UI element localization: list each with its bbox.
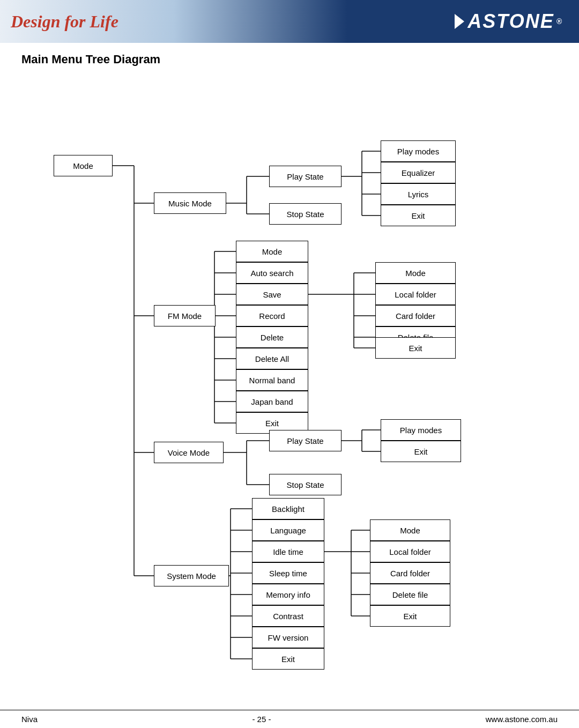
voice-mode-box: Voice Mode: [154, 442, 224, 463]
footer-right: www.astone.com.au: [486, 715, 558, 724]
sleep-time-box: Sleep time: [252, 562, 324, 584]
idle-time-box: Idle time: [252, 541, 324, 562]
exit-music-box: Exit: [381, 205, 456, 226]
play-modes-voice-box: Play modes: [381, 419, 461, 441]
fm-sub-mode-box: Mode: [375, 262, 456, 284]
auto-search-box: Auto search: [236, 262, 308, 284]
mode-box: Mode: [54, 155, 113, 176]
fm-mode-item-box: Mode: [236, 241, 308, 262]
sys-exit-box: Exit: [370, 605, 450, 627]
sys-local-folder-box: Local folder: [370, 541, 450, 562]
sys-sub-mode-box: Mode: [370, 519, 450, 541]
arrow-icon: [455, 14, 464, 29]
exit-voice-box: Exit: [381, 441, 461, 462]
japan-band-box: Japan band: [236, 391, 308, 412]
system-mode-box: System Mode: [154, 565, 229, 586]
normal-band-box: Normal band: [236, 369, 308, 391]
contrast-box: Contrast: [252, 605, 324, 627]
music-mode-box: Music Mode: [154, 192, 226, 214]
page-title: Main Menu Tree Diagram: [0, 43, 579, 72]
design-for-life-logo: Design for Life: [11, 12, 118, 32]
music-play-state-box: Play State: [269, 166, 342, 187]
brand-name: ASTONE: [467, 10, 554, 33]
record-box: Record: [236, 305, 308, 326]
backlight-box: Backlight: [252, 498, 324, 519]
voice-stop-state-box: Stop State: [269, 474, 342, 495]
sys-card-folder-box: Card folder: [370, 562, 450, 584]
fm-mode-box: FM Mode: [154, 305, 216, 326]
exit-fm-sub-box: Exit: [375, 337, 456, 359]
card-folder-box: Card folder: [375, 305, 456, 326]
language-box: Language: [252, 519, 324, 541]
footer: Niva - 25 - www.astone.com.au: [0, 710, 579, 728]
astone-logo: ASTONE®: [455, 10, 563, 33]
footer-left: Niva: [21, 715, 38, 724]
voice-play-state-box: Play State: [269, 430, 342, 451]
sys-delete-file-box: Delete file: [370, 584, 450, 605]
header: Design for Life ASTONE®: [0, 0, 579, 43]
equalizer-box: Equalizer: [381, 162, 456, 183]
diagram: Mode Music Mode FM Mode Voice Mode Syste…: [21, 72, 558, 710]
music-stop-state-box: Stop State: [269, 203, 342, 225]
reg-symbol: ®: [556, 17, 563, 26]
fw-version-box: FW version: [252, 627, 324, 648]
save-box: Save: [236, 284, 308, 305]
memory-info-box: Memory info: [252, 584, 324, 605]
footer-center: - 25 -: [252, 715, 271, 724]
lyrics-box: Lyrics: [381, 183, 456, 205]
local-folder-box: Local folder: [375, 284, 456, 305]
delete-all-box: Delete All: [236, 348, 308, 369]
exit-sys-box: Exit: [252, 648, 324, 670]
delete-box: Delete: [236, 326, 308, 348]
play-modes-music-box: Play modes: [381, 140, 456, 162]
